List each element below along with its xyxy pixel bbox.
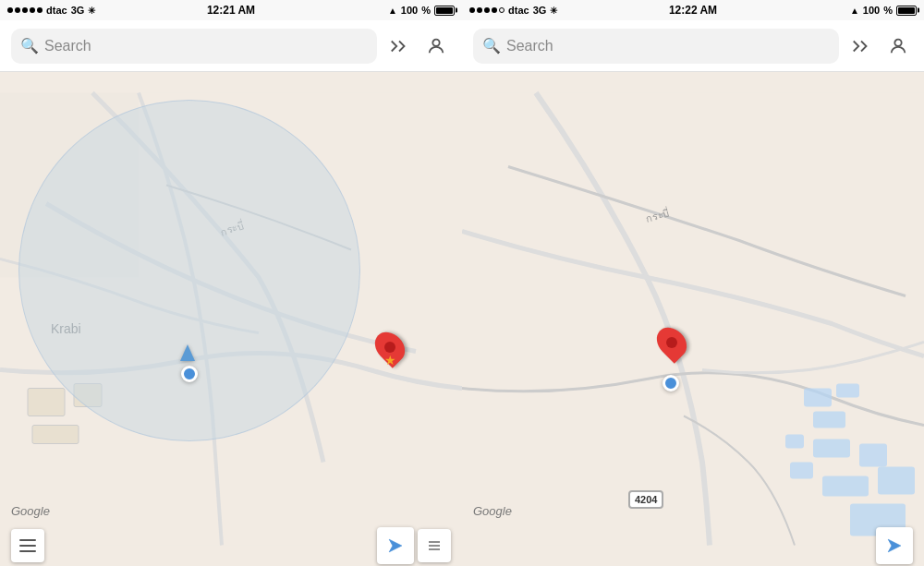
- road-badge-2: 4204: [628, 490, 663, 509]
- battery-icon-1: [434, 6, 455, 16]
- hamburger-line-3: [19, 550, 36, 552]
- battery-icon-2: [896, 6, 917, 16]
- nav-icon-1[interactable]: [384, 31, 414, 61]
- pin-inner-1: [384, 342, 395, 353]
- search-placeholder-1: Search: [44, 38, 91, 54]
- user-icon-1[interactable]: [421, 31, 451, 61]
- signal-dots-2: [469, 7, 505, 13]
- brightness-icon-2: ✳: [550, 6, 557, 16]
- search-bar-1: 🔍 Search: [0, 20, 462, 72]
- dot2-5: [499, 7, 505, 13]
- svg-rect-15: [804, 389, 832, 407]
- svg-rect-5: [28, 389, 65, 416]
- google-label-1: Google: [11, 504, 50, 518]
- layers-btn-1[interactable]: [418, 529, 451, 562]
- pct-sign-2: %: [883, 5, 893, 16]
- status-right-2: ▲ 100%: [850, 5, 917, 16]
- hamburger-line-1: [19, 539, 36, 541]
- svg-rect-17: [813, 412, 845, 428]
- dot2-4: [492, 7, 497, 13]
- svg-rect-20: [859, 444, 887, 467]
- hamburger-btn-1[interactable]: [11, 529, 44, 562]
- battery-pct-2: 100: [863, 5, 880, 16]
- pct-sign-1: %: [421, 5, 431, 16]
- status-right-1: ▲ 100%: [388, 5, 455, 16]
- carrier-1: dtac: [46, 5, 67, 16]
- red-pin-2: [659, 326, 685, 359]
- phone-panel-1: dtac 3G ✳ 12:21 AM ▲ 100% 🔍 Search: [0, 0, 462, 566]
- red-pin-1: ★: [377, 331, 403, 364]
- google-label-2: Google: [473, 504, 512, 518]
- svg-rect-18: [785, 435, 804, 449]
- dot1: [7, 7, 13, 13]
- map-area-2[interactable]: กระบี่ 4204 Google: [462, 72, 924, 566]
- time-2: 12:22 AM: [669, 4, 717, 17]
- status-bar-1: dtac 3G ✳ 12:21 AM ▲ 100%: [0, 0, 462, 20]
- location-arrow-status-2: ▲: [850, 6, 859, 16]
- svg-rect-16: [836, 384, 859, 398]
- phone-panel-2: dtac 3G ✳ 12:22 AM ▲ 100% 🔍 Search: [462, 0, 924, 566]
- hamburger-line-2: [19, 545, 36, 547]
- nav-icon-2[interactable]: [846, 31, 876, 61]
- blue-triangle-1: [180, 344, 195, 361]
- search-input-area-1[interactable]: 🔍 Search: [11, 29, 377, 64]
- dot2: [15, 7, 20, 13]
- svg-rect-21: [790, 463, 813, 479]
- blue-dot-1: [181, 366, 198, 382]
- location-arrow-status-1: ▲: [388, 6, 397, 16]
- search-bar-2: 🔍 Search: [462, 20, 924, 72]
- battery-fill-1: [436, 7, 453, 14]
- search-icon-2: 🔍: [482, 37, 501, 54]
- pin-inner-2: [666, 337, 677, 348]
- search-icon-1: 🔍: [20, 37, 39, 54]
- blue-dot-2: [663, 375, 679, 391]
- map-circle-overlay-1: [18, 100, 360, 441]
- search-input-area-2[interactable]: 🔍 Search: [473, 29, 839, 64]
- pin-star-1: ★: [384, 353, 396, 367]
- svg-rect-19: [813, 440, 850, 458]
- svg-rect-22: [822, 476, 869, 497]
- search-placeholder-2: Search: [506, 38, 553, 54]
- svg-rect-7: [32, 426, 79, 444]
- dot4: [30, 7, 35, 13]
- dot2-3: [484, 7, 490, 13]
- carrier-2: dtac: [508, 5, 529, 16]
- map-svg-2: กระบี่: [462, 72, 924, 566]
- location-btn-2[interactable]: [876, 527, 913, 564]
- svg-point-12: [894, 39, 901, 45]
- status-left-2: dtac 3G ✳: [469, 5, 557, 16]
- dot2-1: [469, 7, 475, 13]
- battery-fill-2: [898, 7, 915, 14]
- map-area-1[interactable]: กระบี่ Krabi ★ Google: [0, 72, 462, 566]
- svg-marker-8: [389, 539, 402, 552]
- time-1: 12:21 AM: [207, 4, 255, 17]
- status-left-1: dtac 3G ✳: [7, 5, 95, 16]
- svg-point-0: [432, 39, 439, 45]
- network-1: 3G: [71, 5, 85, 16]
- signal-dots-1: [7, 7, 43, 13]
- dot5: [37, 7, 43, 13]
- bottom-bar-1: [0, 525, 462, 566]
- user-icon-2[interactable]: [883, 31, 913, 61]
- dot3: [22, 7, 28, 13]
- location-btn-1[interactable]: [377, 527, 414, 564]
- svg-rect-23: [878, 467, 915, 495]
- battery-pct-1: 100: [401, 5, 418, 16]
- dot2-2: [477, 7, 482, 13]
- bottom-bar-2: [462, 525, 924, 566]
- brightness-icon-1: ✳: [88, 6, 95, 16]
- network-2: 3G: [533, 5, 547, 16]
- status-bar-2: dtac 3G ✳ 12:22 AM ▲ 100%: [462, 0, 924, 20]
- svg-marker-25: [888, 539, 901, 552]
